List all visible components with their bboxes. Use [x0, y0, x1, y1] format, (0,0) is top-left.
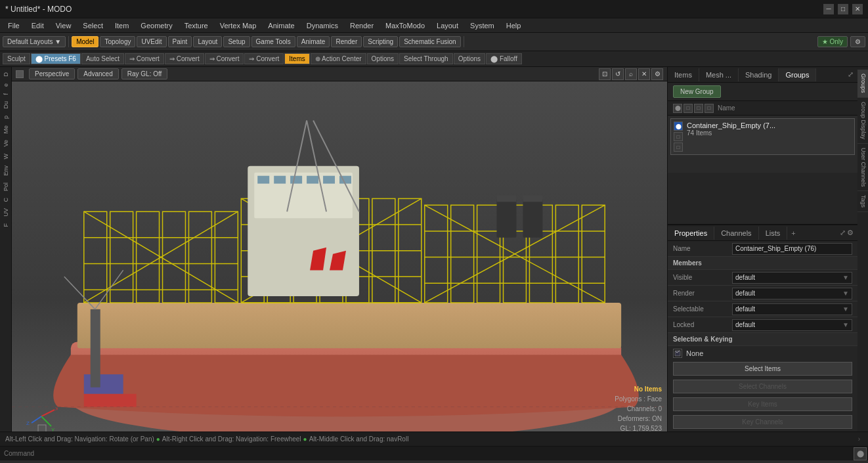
- menu-vertex-map[interactable]: Vertex Map: [215, 20, 262, 31]
- prop-expand-icon[interactable]: ⤢: [840, 229, 846, 237]
- right-tab-group-display[interactable]: Group Display: [857, 98, 868, 144]
- tab-layout[interactable]: Layout: [193, 36, 222, 47]
- left-tab-d[interactable]: D: [1, 70, 11, 79]
- tab-scripting[interactable]: Scripting: [363, 36, 398, 47]
- command-input[interactable]: [0, 447, 854, 460]
- auto-select-button[interactable]: Auto Select: [81, 53, 124, 64]
- presets-button[interactable]: ⬤ Presets F6: [31, 53, 81, 64]
- prop-tab-properties[interactable]: Properties: [668, 227, 714, 240]
- convert-button-2[interactable]: ⇒ Convert: [165, 53, 204, 64]
- list-icon-2[interactable]: □: [684, 104, 693, 113]
- right-tab-user-channels[interactable]: User Channels: [857, 144, 868, 192]
- group-icon-2[interactable]: □: [674, 132, 683, 141]
- minimize-button[interactable]: ─: [823, 4, 834, 14]
- falloff-button[interactable]: ⬤ Falloff: [486, 53, 522, 64]
- menu-select[interactable]: Select: [77, 20, 108, 31]
- convert-button-1[interactable]: ⇒ Convert: [125, 53, 164, 64]
- panel-expand-icon[interactable]: ⤢: [844, 68, 857, 81]
- tab-schematic-fusion[interactable]: Schematic Fusion: [399, 36, 460, 47]
- select-through-button[interactable]: Select Through: [399, 53, 453, 64]
- left-tab-e[interactable]: e: [1, 81, 11, 89]
- sculpt-label[interactable]: Sculpt: [3, 53, 30, 64]
- menu-maxtomode[interactable]: MaxToModo: [380, 20, 430, 31]
- left-tab-me[interactable]: Me: [1, 123, 11, 137]
- perspective-button[interactable]: Perspective: [29, 68, 75, 79]
- left-tab-f2[interactable]: F: [1, 221, 11, 230]
- viewport-frame-button[interactable]: ⊡: [599, 68, 611, 80]
- list-icon-3[interactable]: □: [694, 104, 703, 113]
- tab-render[interactable]: Render: [331, 36, 362, 47]
- new-group-button[interactable]: New Group: [673, 85, 721, 98]
- right-tab-groups[interactable]: Groups: [857, 70, 868, 98]
- render-dropdown[interactable]: default ▼: [732, 288, 852, 299]
- menu-system[interactable]: System: [465, 20, 500, 31]
- name-input[interactable]: [732, 243, 852, 255]
- tab-mesh[interactable]: Mesh ...: [699, 68, 739, 81]
- viewport-rotate-button[interactable]: ↺: [612, 68, 624, 80]
- select-channels-button[interactable]: Select Channels: [673, 380, 852, 393]
- key-items-button[interactable]: Key Items: [673, 397, 852, 411]
- layout-dropdown[interactable]: Default Layouts ▼: [3, 36, 66, 47]
- maximize-button[interactable]: □: [838, 4, 848, 14]
- action-center-button[interactable]: ⊕ Action Center: [311, 53, 366, 64]
- select-items-button[interactable]: Select Items: [673, 362, 852, 376]
- visible-dropdown[interactable]: default ▼: [732, 272, 852, 284]
- prop-tab-channels[interactable]: Channels: [714, 227, 758, 240]
- menu-edit[interactable]: Edit: [26, 20, 49, 31]
- close-button[interactable]: ✕: [852, 4, 863, 14]
- options-button-2[interactable]: Options: [454, 53, 485, 64]
- menu-item[interactable]: Item: [110, 20, 134, 31]
- items-button[interactable]: Items: [284, 53, 309, 64]
- left-tab-pol[interactable]: Pol: [1, 180, 11, 194]
- tab-animate[interactable]: Animate: [297, 36, 330, 47]
- locked-dropdown[interactable]: default ▼: [732, 319, 852, 331]
- viewport[interactable]: Perspective Advanced Ray GL: Off ⊡ ↺ ⌕ ✕…: [12, 67, 667, 431]
- options-button-1[interactable]: Options: [367, 53, 399, 64]
- left-tab-p[interactable]: p: [1, 113, 11, 121]
- tab-topology[interactable]: Topology: [100, 36, 135, 47]
- menu-help[interactable]: Help: [501, 20, 527, 31]
- prop-settings-icon[interactable]: ⚙: [847, 229, 854, 237]
- left-tab-f[interactable]: f: [1, 91, 11, 98]
- menu-file[interactable]: File: [3, 20, 25, 31]
- list-icon-4[interactable]: □: [705, 104, 714, 113]
- viewport-zoom-button[interactable]: ⌕: [625, 68, 637, 80]
- left-tab-dup[interactable]: Du: [1, 99, 11, 112]
- settings-gear-button[interactable]: ⚙: [850, 36, 865, 47]
- list-icon-1[interactable]: ⬤: [673, 104, 682, 113]
- tab-paint[interactable]: Paint: [168, 36, 192, 47]
- viewport-menu-icon[interactable]: [16, 70, 24, 78]
- key-channels-button[interactable]: Key Channels: [673, 415, 852, 429]
- viewport-close-button[interactable]: ✕: [638, 68, 650, 80]
- tab-shading[interactable]: Shading: [739, 68, 779, 81]
- tab-game-tools[interactable]: Game Tools: [251, 36, 295, 47]
- advanced-button[interactable]: Advanced: [77, 68, 118, 79]
- star-only-button[interactable]: ★ Only: [817, 36, 848, 47]
- left-tab-env[interactable]: Env: [1, 163, 11, 179]
- group-visibility-icon[interactable]: ⬤: [674, 121, 683, 131]
- menu-dynamics[interactable]: Dynamics: [301, 20, 343, 31]
- left-tab-ve[interactable]: Ve: [1, 137, 11, 150]
- left-tab-c[interactable]: C: [1, 195, 11, 205]
- right-tab-tags[interactable]: Tags: [857, 191, 868, 212]
- left-tab-w[interactable]: W: [1, 151, 11, 162]
- menu-render[interactable]: Render: [345, 20, 379, 31]
- tab-uvedit[interactable]: UVEdit: [137, 36, 166, 47]
- left-tab-uv[interactable]: UV: [1, 206, 11, 219]
- convert-button-3[interactable]: ⇒ Convert: [205, 53, 244, 64]
- tab-model[interactable]: Model: [72, 36, 98, 47]
- convert-button-4[interactable]: ⇒ Convert: [244, 53, 284, 64]
- tab-groups[interactable]: Groups: [779, 68, 816, 81]
- group-item-container-ship[interactable]: ⬤ □ □ Container_Ship_Empty (7... 74 Item…: [670, 118, 855, 155]
- prop-tab-lists[interactable]: Lists: [759, 227, 788, 240]
- menu-geometry[interactable]: Geometry: [135, 20, 177, 31]
- ray-gl-button[interactable]: Ray GL: Off: [121, 68, 168, 79]
- menu-animate[interactable]: Animate: [263, 20, 299, 31]
- menu-texture[interactable]: Texture: [179, 20, 213, 31]
- prop-tab-add[interactable]: +: [787, 227, 799, 240]
- menu-view[interactable]: View: [51, 20, 77, 31]
- tab-items[interactable]: Items: [668, 68, 699, 81]
- group-icon-3[interactable]: □: [674, 143, 683, 152]
- expand-arrow[interactable]: ›: [858, 435, 860, 443]
- viewport-settings-button[interactable]: ⚙: [651, 68, 663, 80]
